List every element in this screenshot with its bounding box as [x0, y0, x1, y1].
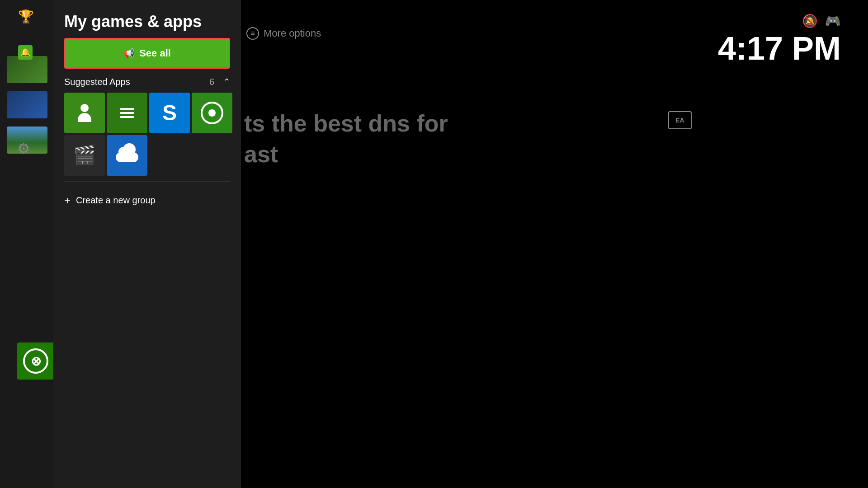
person-body — [78, 113, 91, 122]
sidebar-thumbnail-2[interactable] — [7, 91, 47, 118]
notifications-muted-icon: 🔕 — [802, 14, 818, 28]
notification-icon: 🔔 — [18, 45, 33, 60]
gear-icon[interactable]: ⚙ — [17, 140, 30, 157]
bg-text-line1: ts the best dns for — [244, 108, 448, 139]
panel-header: My games & apps — [53, 0, 241, 38]
see-all-button[interactable]: 📢 See all — [64, 38, 230, 69]
controller-icon: 🎮 — [825, 14, 841, 28]
app-tile-skype[interactable]: S — [149, 93, 190, 133]
line2 — [120, 112, 134, 114]
film-icon: 🎬 — [73, 145, 96, 166]
app-tile-avatar[interactable] — [64, 93, 105, 133]
trophy-icon: 🏆 — [18, 9, 34, 24]
app-tile-groove[interactable] — [192, 93, 232, 133]
person-icon — [78, 104, 91, 122]
ea-badge: EA — [668, 111, 692, 129]
main-panel: My games & apps 📢 See all Suggested Apps… — [53, 0, 241, 488]
status-icons: 🔕 🎮 — [802, 14, 841, 28]
line3 — [120, 116, 134, 118]
more-options-label: More options — [264, 28, 321, 39]
app-tile-onedrive[interactable] — [107, 135, 147, 176]
record-icon — [201, 102, 223, 124]
plus-icon: + — [64, 194, 71, 207]
create-group-label: Create a new group — [76, 195, 156, 206]
xbox-circle-icon: ⊗ — [23, 348, 48, 374]
xbox-x-icon: ⊗ — [31, 354, 41, 369]
cloud-icon — [116, 149, 138, 162]
collapse-icon[interactable]: ⌃ — [223, 77, 230, 87]
sidebar-thumbnail-1[interactable] — [7, 56, 47, 83]
person-head — [80, 104, 89, 112]
see-all-label: See all — [139, 47, 171, 59]
create-group-button[interactable]: + Create a new group — [53, 187, 241, 214]
divider — [64, 181, 230, 182]
suggested-apps-label: Suggested Apps — [64, 77, 130, 87]
top-right-area: 🔕 🎮 4:17 PM — [718, 14, 841, 65]
panel-title: My games & apps — [64, 13, 230, 31]
section-header-right: 6 ⌃ — [209, 77, 230, 87]
app-grid: S 🎬 — [53, 93, 241, 176]
suggested-apps-header: Suggested Apps 6 ⌃ — [53, 69, 241, 93]
sidebar: 🏆 🔔 ⚙ ⊗ — [0, 0, 54, 488]
lines-icon — [120, 108, 134, 118]
more-options-icon: ≡ — [246, 27, 259, 40]
record-center — [208, 109, 216, 117]
skype-s-icon: S — [162, 100, 177, 125]
background-text: ts the best dns for ast — [244, 108, 448, 169]
cloud-base — [116, 152, 138, 162]
bg-text-line2: ast — [244, 139, 448, 170]
xbox-tile[interactable]: ⊗ — [17, 343, 54, 380]
time-display: 4:17 PM — [718, 32, 841, 65]
more-options-button[interactable]: ≡ More options — [246, 27, 321, 40]
app-tile-movies[interactable]: 🎬 — [64, 135, 105, 176]
app-tile-menu[interactable] — [107, 93, 147, 133]
line1 — [120, 108, 134, 110]
see-all-icon: 📢 — [123, 48, 135, 59]
suggested-apps-count: 6 — [209, 77, 214, 87]
